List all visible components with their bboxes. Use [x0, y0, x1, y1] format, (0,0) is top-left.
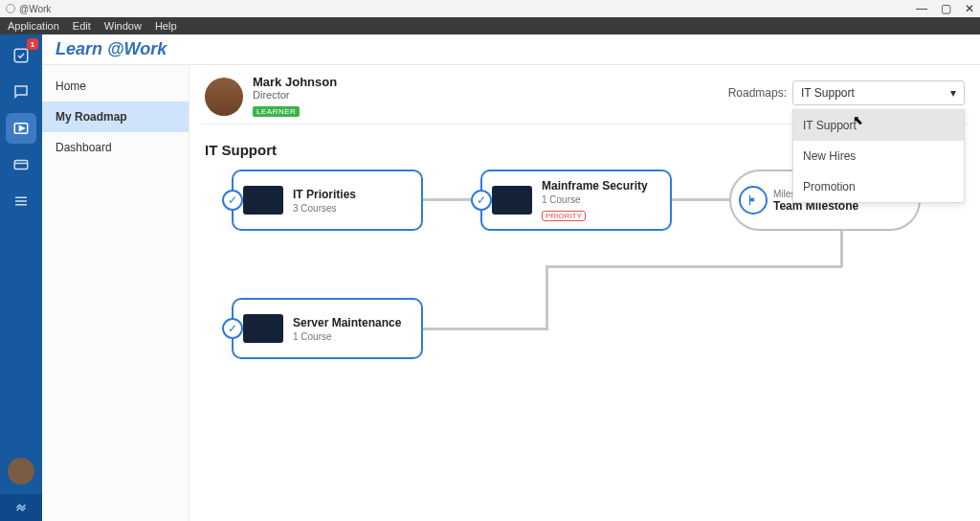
- priority-badge: PRIORITY: [542, 211, 586, 221]
- rail-chat-icon[interactable]: [6, 77, 36, 107]
- svg-rect-0: [14, 49, 28, 62]
- flag-icon: [739, 186, 768, 215]
- brand-bar: Learn @Work: [42, 34, 980, 65]
- course-thumb: [243, 314, 283, 343]
- profile-avatar[interactable]: [205, 78, 243, 116]
- roadmap-option-it-support[interactable]: IT Support: [793, 110, 964, 141]
- close-button[interactable]: ✕: [965, 2, 974, 15]
- profile-header: Mark Johnson Director LEARNER Roadmaps: …: [201, 65, 969, 125]
- rail-home-icon[interactable]: 1: [6, 40, 36, 71]
- app-icon: [6, 4, 15, 13]
- profile-name: Mark Johnson: [253, 75, 337, 89]
- menu-bar: Application Edit Window Help: [0, 17, 980, 34]
- roadmap-option-new-hires[interactable]: New Hires: [793, 141, 964, 171]
- page-content: Mark Johnson Director LEARNER Roadmaps: …: [189, 65, 980, 521]
- card-subtitle: 3 Courses: [293, 203, 356, 214]
- menu-edit[interactable]: Edit: [73, 20, 91, 32]
- check-icon: ✓: [471, 190, 492, 211]
- roadmap-label: Roadmaps:: [728, 86, 787, 100]
- card-subtitle: 1 Course: [542, 194, 648, 205]
- rail-footer-icon[interactable]: [0, 494, 42, 521]
- roadmap-canvas: ✓ IT Priorities 3 Courses ✓ Mainframe Se…: [201, 170, 969, 419]
- cursor-icon: ⬉: [853, 113, 863, 127]
- card-mainframe-security[interactable]: ✓ Mainframe Security 1 Course PRIORITY: [480, 170, 672, 231]
- svg-marker-2: [20, 126, 25, 131]
- rail-avatar[interactable]: [8, 458, 34, 485]
- roadmap-select[interactable]: IT Support ▾: [792, 80, 965, 105]
- card-subtitle: 1 Course: [293, 331, 401, 342]
- course-thumb: [243, 186, 283, 215]
- roadmap-option-promotion[interactable]: Promotion: [793, 171, 964, 202]
- menu-application[interactable]: Application: [8, 20, 59, 32]
- connector: [672, 198, 729, 201]
- card-title: IT Priorities: [293, 188, 356, 201]
- check-icon: ✓: [222, 190, 243, 211]
- roadmap-dropdown: IT Support New Hires Promotion: [792, 109, 965, 203]
- profile-role: Director: [253, 89, 337, 101]
- course-thumb: [492, 186, 532, 215]
- card-it-priorities[interactable]: ✓ IT Priorities 3 Courses: [232, 170, 423, 231]
- rail-card-icon[interactable]: [6, 149, 36, 180]
- card-title: Mainframe Security: [542, 179, 648, 193]
- connector: [546, 265, 548, 330]
- nav-home[interactable]: Home: [42, 71, 189, 102]
- card-title: Server Maintenance: [293, 316, 401, 329]
- connector: [546, 265, 842, 268]
- side-nav: Home My Roadmap Dashboard: [42, 65, 189, 521]
- left-rail: 1: [0, 34, 42, 521]
- nav-dashboard[interactable]: Dashboard: [42, 132, 189, 163]
- menu-help[interactable]: Help: [155, 20, 177, 32]
- maximize-button[interactable]: ▢: [941, 2, 951, 15]
- check-icon: ✓: [222, 318, 243, 339]
- nav-my-roadmap[interactable]: My Roadmap: [42, 102, 189, 132]
- brand-title: Learn @Work: [56, 39, 167, 59]
- svg-rect-3: [14, 161, 28, 170]
- rail-menu-icon[interactable]: [6, 186, 36, 216]
- window-title-bar: @Work — ▢ ✕: [0, 0, 980, 17]
- notification-badge: 1: [27, 38, 38, 50]
- learner-badge: LEARNER: [253, 106, 300, 117]
- connector: [840, 229, 843, 267]
- menu-window[interactable]: Window: [104, 20, 142, 32]
- card-server-maintenance[interactable]: ✓ Server Maintenance 1 Course: [232, 298, 423, 359]
- minimize-button[interactable]: —: [916, 2, 927, 15]
- roadmap-selected: IT Support: [801, 86, 855, 100]
- window-title: @Work: [19, 4, 51, 14]
- chevron-down-icon: ▾: [950, 86, 956, 100]
- rail-learn-icon[interactable]: [6, 113, 36, 144]
- connector: [423, 328, 547, 330]
